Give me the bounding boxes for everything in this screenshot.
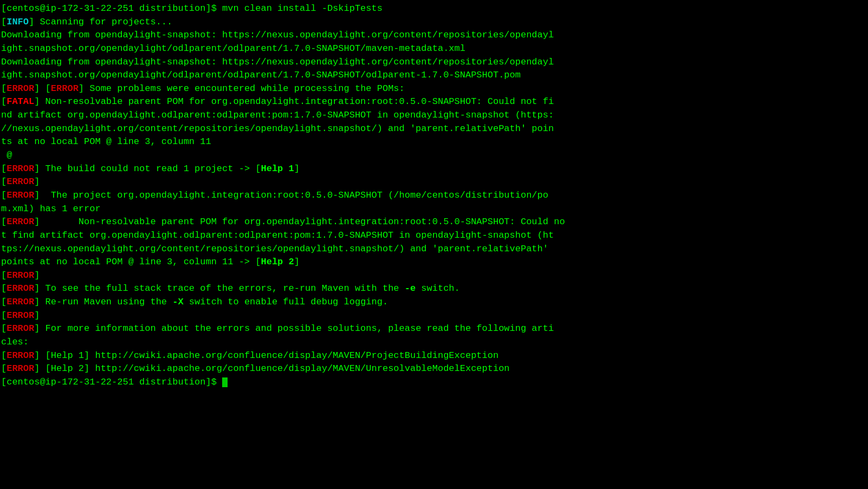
terminal-line: [ERROR] [1,309,867,323]
terminal-line: tps://nexus.opendaylight.org/content/rep… [1,243,867,256]
terminal-line: [ERROR] The project org.opendaylight.int… [1,189,867,203]
terminal-line: [centos@ip-172-31-22-251 distribution]$ … [1,2,867,16]
terminal-line: [ERROR] Non-resolvable parent POM for or… [1,216,867,229]
terminal-window[interactable]: [centos@ip-172-31-22-251 distribution]$ … [0,0,868,489]
terminal-line: [ERROR] For more information about the e… [1,322,867,336]
terminal-line: ight.snapshot.org/opendaylight/odlparent… [1,42,867,56]
terminal-line: [ERROR] The build could not read 1 proje… [1,162,867,176]
terminal-line: cles: [1,336,867,349]
terminal-line: @ [1,149,867,162]
terminal-line: ight.snapshot.org/opendaylight/odlparent… [1,69,867,82]
terminal-line: [ERROR] Re-run Maven using the -X switch… [1,296,867,309]
terminal-line: t find artifact org.opendaylight.odlpare… [1,229,867,243]
terminal-line: [ERROR] [1,175,867,189]
terminal-line: [centos@ip-172-31-22-251 distribution]$ [1,376,867,389]
terminal-line: m.xml) has 1 error [1,203,867,216]
terminal-line: [ERROR] [Help 2] http://cwiki.apache.org… [1,362,867,376]
terminal-line: Downloading from opendaylight-snapshot: … [1,29,867,42]
terminal-line: ts at no local POM @ line 3, column 11 [1,135,867,149]
terminal-line: [ERROR] [ERROR] Some problems were encou… [1,82,867,96]
terminal-line: [INFO] Scanning for projects... [1,16,867,29]
terminal-line: [ERROR] [Help 1] http://cwiki.apache.org… [1,349,867,363]
terminal-line: [FATAL] Non-resolvable parent POM for or… [1,95,867,109]
terminal-line: [ERROR] To see the full stack trace of t… [1,282,867,296]
terminal-line: Downloading from opendaylight-snapshot: … [1,56,867,69]
terminal-cursor [222,377,228,387]
terminal-line: nd artifact org.opendaylight.odlparent:o… [1,109,867,122]
terminal-line: [ERROR] [1,269,867,283]
terminal-line: //nexus.opendaylight.org/content/reposit… [1,122,867,136]
terminal-output: [centos@ip-172-31-22-251 distribution]$ … [1,2,867,389]
terminal-line: points at no local POM @ line 3, column … [1,256,867,269]
